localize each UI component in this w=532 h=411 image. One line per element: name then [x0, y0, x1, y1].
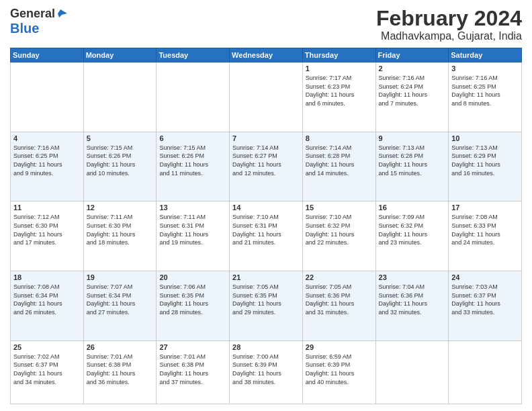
calendar-cell: 21Sunrise: 7:05 AM Sunset: 6:35 PM Dayli…	[230, 271, 303, 341]
calendar-cell	[375, 340, 449, 404]
calendar-cell: 2Sunrise: 7:16 AM Sunset: 6:24 PM Daylig…	[375, 62, 449, 132]
day-number: 17	[451, 203, 519, 212]
day-info: Sunrise: 7:04 AM Sunset: 6:36 PM Dayligh…	[379, 283, 446, 316]
day-number: 12	[87, 203, 154, 212]
calendar-cell: 3Sunrise: 7:16 AM Sunset: 6:25 PM Daylig…	[449, 62, 522, 132]
calendar-cell: 22Sunrise: 7:05 AM Sunset: 6:36 PM Dayli…	[302, 271, 375, 341]
day-number: 22	[306, 273, 373, 281]
day-info: Sunrise: 7:13 AM Sunset: 6:28 PM Dayligh…	[379, 144, 446, 177]
calendar-cell: 12Sunrise: 7:11 AM Sunset: 6:30 PM Dayli…	[83, 201, 157, 271]
day-number: 16	[379, 203, 446, 212]
calendar-cell: 1Sunrise: 7:17 AM Sunset: 6:23 PM Daylig…	[302, 62, 375, 132]
calendar-cell: 18Sunrise: 7:08 AM Sunset: 6:34 PM Dayli…	[11, 271, 84, 341]
day-info: Sunrise: 7:12 AM Sunset: 6:30 PM Dayligh…	[13, 213, 81, 246]
calendar-cell: 9Sunrise: 7:13 AM Sunset: 6:28 PM Daylig…	[375, 132, 449, 201]
calendar-cell: 28Sunrise: 7:00 AM Sunset: 6:39 PM Dayli…	[230, 340, 303, 404]
calendar-cell: 24Sunrise: 7:03 AM Sunset: 6:37 PM Dayli…	[449, 271, 522, 341]
day-number: 29	[306, 343, 373, 351]
day-number: 23	[379, 273, 446, 281]
day-number: 6	[159, 134, 226, 142]
logo-bird-icon	[55, 8, 67, 20]
day-number: 13	[159, 203, 226, 212]
logo: General Blue	[10, 7, 67, 35]
day-info: Sunrise: 7:10 AM Sunset: 6:31 PM Dayligh…	[232, 213, 300, 246]
calendar-cell	[11, 62, 84, 132]
col-header-saturday: Saturday	[449, 48, 522, 62]
day-info: Sunrise: 7:13 AM Sunset: 6:29 PM Dayligh…	[451, 144, 519, 177]
logo-general-text: General	[10, 7, 55, 20]
day-number: 21	[232, 273, 300, 281]
day-info: Sunrise: 7:00 AM Sunset: 6:39 PM Dayligh…	[232, 353, 300, 386]
day-info: Sunrise: 7:16 AM Sunset: 6:25 PM Dayligh…	[13, 144, 81, 177]
day-info: Sunrise: 7:08 AM Sunset: 6:33 PM Dayligh…	[451, 213, 519, 246]
calendar-cell	[157, 62, 230, 132]
day-info: Sunrise: 7:05 AM Sunset: 6:35 PM Dayligh…	[232, 283, 300, 316]
day-number: 8	[306, 134, 373, 142]
day-number: 26	[87, 343, 154, 351]
day-info: Sunrise: 7:01 AM Sunset: 6:38 PM Dayligh…	[87, 353, 154, 386]
day-number: 27	[159, 343, 226, 351]
day-number: 18	[13, 273, 81, 281]
day-info: Sunrise: 7:05 AM Sunset: 6:36 PM Dayligh…	[306, 283, 373, 316]
day-number: 2	[379, 64, 446, 73]
col-header-tuesday: Tuesday	[157, 48, 230, 62]
calendar-cell: 13Sunrise: 7:11 AM Sunset: 6:31 PM Dayli…	[157, 201, 230, 271]
svg-marker-0	[58, 9, 67, 17]
day-number: 14	[232, 203, 300, 212]
calendar-subtitle: Madhavkampa, Gujarat, India	[376, 30, 522, 42]
day-info: Sunrise: 7:09 AM Sunset: 6:32 PM Dayligh…	[379, 213, 446, 246]
day-info: Sunrise: 7:15 AM Sunset: 6:26 PM Dayligh…	[87, 144, 154, 177]
day-info: Sunrise: 7:11 AM Sunset: 6:31 PM Dayligh…	[159, 213, 226, 246]
day-number: 20	[159, 273, 226, 281]
page: General Blue February 2024 Madhavkampa, …	[0, 0, 532, 411]
day-info: Sunrise: 6:59 AM Sunset: 6:39 PM Dayligh…	[306, 353, 373, 386]
day-info: Sunrise: 7:02 AM Sunset: 6:37 PM Dayligh…	[13, 353, 81, 386]
day-number: 28	[232, 343, 300, 351]
col-header-sunday: Sunday	[11, 48, 84, 62]
day-number: 7	[232, 134, 300, 142]
calendar-cell: 26Sunrise: 7:01 AM Sunset: 6:38 PM Dayli…	[83, 340, 157, 404]
calendar-title: February 2024	[376, 7, 522, 30]
calendar-cell: 4Sunrise: 7:16 AM Sunset: 6:25 PM Daylig…	[11, 132, 84, 201]
day-number: 1	[306, 64, 373, 73]
calendar-cell	[230, 62, 303, 132]
calendar-cell: 14Sunrise: 7:10 AM Sunset: 6:31 PM Dayli…	[230, 201, 303, 271]
day-number: 19	[87, 273, 154, 281]
title-block: February 2024 Madhavkampa, Gujarat, Indi…	[376, 7, 522, 42]
calendar-cell: 20Sunrise: 7:06 AM Sunset: 6:35 PM Dayli…	[157, 271, 230, 341]
day-info: Sunrise: 7:14 AM Sunset: 6:27 PM Dayligh…	[232, 144, 300, 177]
logo-general: General	[10, 7, 55, 21]
day-info: Sunrise: 7:08 AM Sunset: 6:34 PM Dayligh…	[13, 283, 81, 316]
col-header-monday: Monday	[83, 48, 157, 62]
calendar-cell: 7Sunrise: 7:14 AM Sunset: 6:27 PM Daylig…	[230, 132, 303, 201]
day-info: Sunrise: 7:11 AM Sunset: 6:30 PM Dayligh…	[87, 213, 154, 246]
day-number: 10	[451, 134, 519, 142]
day-number: 25	[13, 343, 81, 351]
col-header-friday: Friday	[375, 48, 449, 62]
calendar-cell: 27Sunrise: 7:01 AM Sunset: 6:38 PM Dayli…	[157, 340, 230, 404]
day-number: 24	[451, 273, 519, 281]
header: General Blue February 2024 Madhavkampa, …	[10, 7, 522, 42]
logo-blue-text: Blue	[10, 21, 39, 35]
calendar-cell: 23Sunrise: 7:04 AM Sunset: 6:36 PM Dayli…	[375, 271, 449, 341]
calendar-cell: 5Sunrise: 7:15 AM Sunset: 6:26 PM Daylig…	[83, 132, 157, 201]
calendar-cell: 29Sunrise: 6:59 AM Sunset: 6:39 PM Dayli…	[302, 340, 375, 404]
calendar-cell: 17Sunrise: 7:08 AM Sunset: 6:33 PM Dayli…	[449, 201, 522, 271]
day-info: Sunrise: 7:15 AM Sunset: 6:26 PM Dayligh…	[159, 144, 226, 177]
calendar-cell: 8Sunrise: 7:14 AM Sunset: 6:28 PM Daylig…	[302, 132, 375, 201]
col-header-wednesday: Wednesday	[230, 48, 303, 62]
day-info: Sunrise: 7:01 AM Sunset: 6:38 PM Dayligh…	[159, 353, 226, 386]
calendar-cell: 11Sunrise: 7:12 AM Sunset: 6:30 PM Dayli…	[11, 201, 84, 271]
day-number: 9	[379, 134, 446, 142]
calendar-cell: 25Sunrise: 7:02 AM Sunset: 6:37 PM Dayli…	[11, 340, 84, 404]
day-info: Sunrise: 7:16 AM Sunset: 6:25 PM Dayligh…	[451, 74, 519, 107]
day-number: 15	[306, 203, 373, 212]
day-number: 3	[451, 64, 519, 73]
day-info: Sunrise: 7:16 AM Sunset: 6:24 PM Dayligh…	[379, 74, 446, 107]
day-info: Sunrise: 7:17 AM Sunset: 6:23 PM Dayligh…	[306, 74, 373, 107]
calendar-cell: 6Sunrise: 7:15 AM Sunset: 6:26 PM Daylig…	[157, 132, 230, 201]
calendar-cell: 19Sunrise: 7:07 AM Sunset: 6:34 PM Dayli…	[83, 271, 157, 341]
calendar-cell	[83, 62, 157, 132]
day-info: Sunrise: 7:14 AM Sunset: 6:28 PM Dayligh…	[306, 144, 373, 177]
day-info: Sunrise: 7:10 AM Sunset: 6:32 PM Dayligh…	[306, 213, 373, 246]
